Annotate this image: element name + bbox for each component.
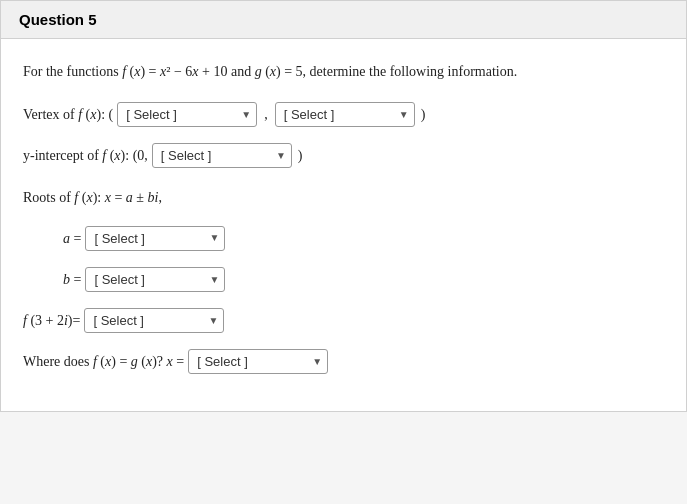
where-equal-label: Where does f (x) = g (x)? x = xyxy=(23,349,184,374)
question-header: Question 5 xyxy=(1,1,686,39)
vertex-x-select[interactable]: [ Select ] 123 456 xyxy=(117,102,257,127)
f3plus2i-select[interactable]: [ Select ] 123 456 xyxy=(84,308,224,333)
a-label: a = xyxy=(63,226,81,251)
f3plus2i-label: f (3 + 2i)= xyxy=(23,308,80,333)
intro-text: For the functions f (x) = x² − 6x + 10 a… xyxy=(23,59,664,84)
y-intercept-close-paren: ) xyxy=(298,143,303,168)
where-equal-select-wrapper: [ Select ] 123 456 ▼ xyxy=(188,349,328,374)
b-value-row: b = [ Select ] 123 456 ▼ xyxy=(63,267,664,292)
vertex-row: Vertex of f (x): ( [ Select ] 123 456 ▼ … xyxy=(23,102,664,127)
question-title: Question 5 xyxy=(19,11,97,28)
f3plus2i-select-wrapper: [ Select ] 123 456 ▼ xyxy=(84,308,224,333)
a-value-row: a = [ Select ] 123 456 ▼ xyxy=(63,226,664,251)
y-intercept-row: y-intercept of f (x): (0, [ Select ] 123… xyxy=(23,143,664,168)
y-intercept-select[interactable]: [ Select ] 123 510 xyxy=(152,143,292,168)
b-label: b = xyxy=(63,267,81,292)
f3plus2i-row: f (3 + 2i)= [ Select ] 123 456 ▼ xyxy=(23,308,664,333)
page-container: Question 5 For the functions f (x) = x² … xyxy=(0,0,687,412)
b-select[interactable]: [ Select ] 123 456 xyxy=(85,267,225,292)
a-select[interactable]: [ Select ] 123 456 xyxy=(85,226,225,251)
a-select-wrapper: [ Select ] 123 456 ▼ xyxy=(85,226,225,251)
vertex-label: Vertex of f (x): ( xyxy=(23,102,113,127)
vertex-x-select-wrapper: [ Select ] 123 456 ▼ xyxy=(117,102,257,127)
y-intercept-select-wrapper: [ Select ] 123 510 ▼ xyxy=(152,143,292,168)
roots-label: Roots of f (x): x = a ± bi, xyxy=(23,185,162,210)
vertex-close-paren: ) xyxy=(421,102,426,127)
where-equal-row: Where does f (x) = g (x)? x = [ Select ]… xyxy=(23,349,664,374)
vertex-y-select[interactable]: [ Select ] 123 456 xyxy=(275,102,415,127)
roots-label-row: Roots of f (x): x = a ± bi, xyxy=(23,185,664,210)
where-equal-select[interactable]: [ Select ] 123 456 xyxy=(188,349,328,374)
vertex-y-select-wrapper: [ Select ] 123 456 ▼ xyxy=(275,102,415,127)
y-intercept-label: y-intercept of f (x): (0, xyxy=(23,143,148,168)
question-body: For the functions f (x) = x² − 6x + 10 a… xyxy=(1,39,686,411)
b-select-wrapper: [ Select ] 123 456 ▼ xyxy=(85,267,225,292)
vertex-comma: , xyxy=(264,102,268,127)
